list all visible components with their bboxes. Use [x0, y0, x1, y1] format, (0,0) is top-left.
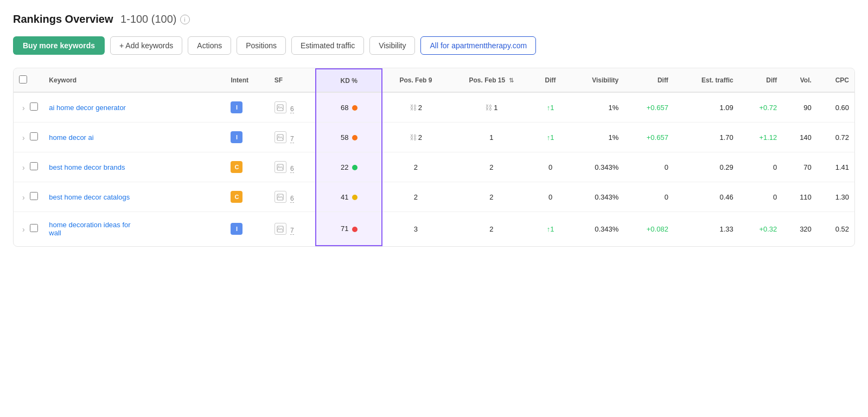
- th-sf: SF: [269, 69, 316, 92]
- buy-keywords-button[interactable]: Buy more keywords: [13, 36, 105, 55]
- td-kd: 58: [316, 123, 382, 152]
- keyword-link[interactable]: ai home decor generator: [49, 104, 126, 112]
- actions-button[interactable]: Actions: [188, 36, 231, 55]
- page-range: 1-100 (100): [118, 13, 177, 25]
- td-vol: 140: [782, 123, 817, 152]
- td-sf: 7: [269, 212, 316, 246]
- td-vis-diff: 0: [624, 152, 674, 182]
- td-visibility: 1%: [567, 123, 624, 152]
- expand-button[interactable]: ›: [19, 225, 28, 234]
- td-intent: I: [225, 212, 269, 246]
- svg-point-9: [278, 227, 279, 228]
- td-expand: ›: [14, 182, 43, 212]
- td-diff: ↑1: [534, 123, 567, 152]
- table-header-row: Keyword Intent SF KD % Pos. Feb 9 Pos. F…: [14, 69, 854, 92]
- sf-number[interactable]: 7: [290, 227, 294, 235]
- td-vol: 70: [782, 152, 817, 182]
- td-cpc: 0.60: [817, 92, 854, 123]
- kd-dot: [352, 135, 358, 140]
- add-keywords-button[interactable]: + Add keywords: [110, 36, 182, 55]
- th-diff: Diff: [534, 69, 567, 92]
- td-kd: 71: [316, 212, 382, 246]
- rankings-table: Keyword Intent SF KD % Pos. Feb 9 Pos. F…: [14, 68, 854, 246]
- pos-feb15-sort[interactable]: Pos. Feb 15 ⇅: [469, 76, 514, 84]
- expand-button[interactable]: ›: [19, 193, 28, 202]
- keyword-link[interactable]: home decoration ideas forwall: [49, 221, 130, 237]
- td-diff: ↑1: [534, 212, 567, 246]
- td-est-traffic: 1.09: [674, 92, 739, 123]
- svg-point-3: [278, 136, 279, 137]
- td-est-diff: 0: [739, 152, 783, 182]
- td-pos-feb9: 2: [382, 152, 449, 182]
- td-pos-feb15: 2: [449, 152, 534, 182]
- sf-image-icon: [275, 161, 286, 173]
- th-pos-feb15[interactable]: Pos. Feb 15 ⇅: [449, 69, 534, 92]
- th-est-traffic: Est. traffic: [674, 69, 739, 92]
- td-vol: 90: [782, 92, 817, 123]
- sort-icon: ⇅: [509, 77, 514, 84]
- td-visibility: 0.343%: [567, 182, 624, 212]
- intent-badge: I: [231, 131, 242, 143]
- td-intent: I: [225, 92, 269, 123]
- td-pos-feb9: 2: [382, 182, 449, 212]
- td-est-diff: +0.72: [739, 92, 783, 123]
- td-visibility: 1%: [567, 92, 624, 123]
- select-all-checkbox[interactable]: [19, 75, 27, 84]
- keyword-link[interactable]: home decor ai: [49, 133, 93, 142]
- row-checkbox[interactable]: [30, 102, 38, 111]
- th-checkbox: [14, 69, 43, 92]
- td-vis-diff: 0: [624, 182, 674, 212]
- td-kd: 22: [316, 152, 382, 182]
- svg-point-5: [278, 165, 279, 166]
- th-visibility: Visibility: [567, 69, 624, 92]
- th-keyword: Keyword: [43, 69, 225, 92]
- td-cpc: 1.30: [817, 182, 854, 212]
- expand-button[interactable]: ›: [19, 163, 28, 172]
- td-pos-feb9: 3: [382, 212, 449, 246]
- expand-button[interactable]: ›: [19, 133, 28, 142]
- td-sf: 6: [269, 92, 316, 123]
- keyword-link[interactable]: best home decor brands: [49, 163, 125, 171]
- table-row: › best home decor brands C 6 22 2 2 0 0.…: [14, 152, 854, 182]
- td-sf: 6: [269, 152, 316, 182]
- th-kd: KD %: [316, 69, 382, 92]
- tab-positions[interactable]: Positions: [237, 36, 286, 55]
- sf-number[interactable]: 6: [290, 195, 294, 203]
- row-checkbox[interactable]: [30, 192, 38, 200]
- toolbar: Buy more keywords + Add keywords Actions…: [13, 36, 855, 55]
- row-checkbox[interactable]: [30, 162, 38, 170]
- tab-visibility[interactable]: Visibility: [369, 36, 415, 55]
- td-visibility: 0.343%: [567, 212, 624, 246]
- td-est-traffic: 1.70: [674, 123, 739, 152]
- td-expand: ›: [14, 92, 43, 123]
- table-body: › ai home decor generator I 6 68 ⛓2 ⛓1 ↑…: [14, 92, 854, 246]
- td-sf: 7: [269, 123, 316, 152]
- sf-number[interactable]: 6: [290, 105, 294, 113]
- filter-all-button[interactable]: All for apartmenttherapy.com: [420, 36, 536, 55]
- info-icon[interactable]: i: [180, 15, 190, 24]
- td-keyword: best home decor catalogs: [43, 182, 225, 212]
- row-checkbox[interactable]: [30, 224, 38, 232]
- td-vis-diff: +0.082: [624, 212, 674, 246]
- td-expand: ›: [14, 152, 43, 182]
- sf-number[interactable]: 7: [290, 135, 294, 143]
- td-pos-feb15: 2: [449, 212, 534, 246]
- page-title: Rankings Overview: [13, 13, 113, 25]
- expand-button[interactable]: ›: [19, 104, 28, 112]
- td-expand: ›: [14, 212, 43, 246]
- td-pos-feb9: ⛓2: [382, 92, 449, 123]
- sf-image-icon: [275, 101, 286, 113]
- row-checkbox[interactable]: [30, 132, 38, 140]
- table-row: › best home decor catalogs C 6 41 2 2 0 …: [14, 182, 854, 212]
- svg-point-1: [278, 106, 279, 107]
- sf-image-icon: [275, 223, 286, 235]
- td-est-traffic: 1.33: [674, 212, 739, 246]
- td-cpc: 1.41: [817, 152, 854, 182]
- intent-badge: I: [231, 223, 242, 235]
- td-vis-diff: +0.657: [624, 92, 674, 123]
- td-diff: 0: [534, 182, 567, 212]
- tab-estimated-traffic[interactable]: Estimated traffic: [291, 36, 364, 55]
- keyword-link[interactable]: best home decor catalogs: [49, 193, 130, 201]
- td-pos-feb9: ⛓2: [382, 123, 449, 152]
- sf-number[interactable]: 6: [290, 165, 294, 173]
